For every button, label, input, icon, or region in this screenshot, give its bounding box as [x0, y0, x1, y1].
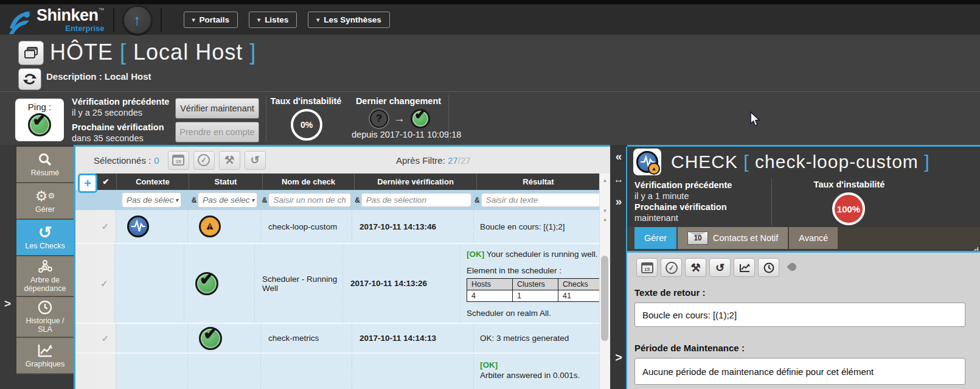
- tab-contacts-et-notif[interactable]: 10 Contacts et Notif: [678, 227, 788, 249]
- navigate-up-button[interactable]: ↑: [123, 5, 152, 35]
- warning-status-icon: !: [199, 216, 221, 237]
- check-name: Scheduler - Running Well: [254, 244, 342, 323]
- column-derniere-verification[interactable]: Dernière vérification: [354, 173, 476, 190]
- return-text-field[interactable]: Boucle en cours: [(1);2]: [634, 303, 965, 327]
- table-row-check-loop-custom[interactable]: ✓ ! check-loop-custom 2017-10-11 14:13:4…: [75, 210, 610, 244]
- bracket-close: ]: [924, 152, 930, 172]
- check-result: [OK] Arbiter answered in 0.001s. Connect…: [473, 354, 610, 389]
- scrollbar-thumb[interactable]: [601, 256, 608, 341]
- chevron-down-icon: ▾: [316, 16, 319, 23]
- info-divider: [771, 178, 772, 226]
- checks-table-panel: Sélectionnés : 0 15 ✓ ⚒ ↺ Après Filtre: …: [74, 147, 610, 389]
- check-detail-panel: ▲ CHECK [ check-loop-custom ] Vérificati…: [627, 147, 980, 389]
- filter-statut-select[interactable]: Pas de sélection ▾: [198, 192, 257, 208]
- chevron-down-icon: ▾: [251, 197, 254, 203]
- brand-edition: Enterprise: [36, 24, 105, 32]
- undo-icon: ↺: [715, 262, 725, 273]
- filter-derniere-input[interactable]: [361, 193, 471, 207]
- column-nom-de-check[interactable]: Nom de check: [262, 173, 354, 190]
- table-scrollbar[interactable]: ▲ ▼ ▲: [599, 173, 610, 389]
- table-row-arbiter[interactable]: [OK] Arbiter answered in 0.001s. Connect…: [75, 354, 610, 389]
- dependency-tree-icon: [37, 259, 53, 274]
- acknowledge-button[interactable]: ✓: [661, 258, 682, 277]
- column-statut[interactable]: Statut: [189, 173, 262, 190]
- tab-gerer[interactable]: Gérer: [634, 227, 676, 249]
- filter-nom-input[interactable]: [268, 193, 351, 207]
- row-selected-check[interactable]: ✓: [95, 210, 116, 243]
- up-arrow-icon: ↑: [134, 12, 141, 29]
- acknowledge-selection-button[interactable]: ✓: [193, 151, 215, 170]
- ok-status-icon: [199, 327, 222, 350]
- graph-button[interactable]: [734, 258, 755, 277]
- scheduler-elements-table: Hosts Clusters Checks 4 1 41: [467, 278, 604, 302]
- sidebar-item-historique-sla[interactable]: Historique / SLA: [16, 297, 74, 337]
- table-row-scheduler-running-well[interactable]: ✓ Scheduler - Running Well 2017-10-11 14…: [75, 244, 610, 324]
- shinken-app: Shinken™ Enterprise ↑ ▾ Portails ▾ Liste…: [0, 0, 980, 389]
- status-divider: [448, 95, 449, 142]
- chevron-down-icon: ▾: [175, 197, 178, 203]
- expand-sidebar-icon[interactable]: >: [4, 297, 11, 310]
- check-type-icon: ▲: [633, 149, 661, 175]
- recheck-selection-button[interactable]: ↺: [245, 151, 266, 170]
- sidebar-item-les-checks[interactable]: ↺ Les Checks: [16, 220, 74, 255]
- filter-contexte-select[interactable]: Pas de sélection ▾: [122, 192, 181, 208]
- collapse-panel-icon[interactable]: «: [610, 150, 627, 163]
- filter-and-separator: &: [192, 196, 197, 205]
- menu-les-syntheses-label: Les Synthèses: [324, 15, 381, 24]
- menu-portails[interactable]: ▾ Portails: [184, 12, 238, 28]
- sidebar-item-arbre-de-dependance[interactable]: Arbre de dépendance: [16, 256, 74, 296]
- last-check-time: 2017-10-11 14:14:13: [352, 324, 473, 352]
- shinken-logo[interactable]: Shinken™ Enterprise: [9, 7, 105, 34]
- expand-panel-icon[interactable]: »: [610, 195, 627, 208]
- host-windows-button[interactable]: [18, 41, 44, 65]
- scroll-up-icon[interactable]: ▲: [600, 177, 610, 185]
- expand-detail-icon[interactable]: >: [610, 351, 627, 365]
- tag-button[interactable]: [782, 258, 802, 276]
- row-selected-check[interactable]: ✓: [94, 244, 114, 323]
- after-filter-current: 27: [448, 155, 458, 166]
- table-row-check-metrics[interactable]: ✓ check-metrics 2017-10-11 14:14:13 OK: …: [75, 324, 610, 354]
- mouse-cursor: [750, 111, 761, 127]
- sidebar-item-gerer[interactable]: ⚙⚙ Gérer: [16, 183, 74, 219]
- filter-resultat-input[interactable]: [481, 193, 600, 207]
- page-title: HÔTE [ Local Host ]: [50, 40, 256, 65]
- menu-les-syntheses[interactable]: ▾ Les Synthèses: [308, 12, 390, 28]
- notification-count: 10: [693, 234, 701, 242]
- tools-icon: ⚒: [224, 155, 234, 166]
- ok-tag: [OK]: [480, 360, 498, 370]
- scroll-down-icon[interactable]: ▼: [600, 207, 610, 216]
- sidebar-item-resume[interactable]: Résumé: [16, 147, 74, 182]
- object-type-label: HÔTE: [50, 40, 113, 65]
- bracket-open: [: [120, 40, 127, 65]
- filter-and-separator: &: [474, 196, 480, 205]
- fix-selection-button[interactable]: ⚒: [219, 151, 240, 170]
- maintenance-field[interactable]: Aucune période de maintenance définie po…: [634, 358, 965, 385]
- shinken-swoosh-icon: [9, 7, 34, 34]
- schedule-downtime-button[interactable]: 15: [636, 258, 658, 277]
- last-check-time: 2017-10-11 14:13:46: [352, 210, 473, 243]
- column-resultat[interactable]: Résultat: [476, 173, 600, 190]
- check-result: OK: 3 metrics generated: [480, 333, 569, 343]
- row-selected-check[interactable]: ✓: [95, 324, 116, 352]
- check-now-button[interactable]: Vérifier maintenant: [175, 98, 259, 119]
- sidebar-item-graphiques[interactable]: Graphiques: [16, 338, 74, 373]
- add-check-button[interactable]: +: [78, 173, 97, 193]
- column-select-all[interactable]: ✔: [95, 173, 116, 190]
- acknowledge-button[interactable]: Prendre en compte: [175, 122, 259, 142]
- fix-button[interactable]: ⚒: [685, 258, 706, 277]
- selected-count: 0: [154, 155, 159, 166]
- calendar-icon: 15: [172, 155, 184, 166]
- column-contexte[interactable]: Contexte: [116, 173, 189, 190]
- refresh-button[interactable]: [18, 68, 41, 90]
- last-change-label: Dernier changement: [347, 96, 450, 106]
- scroll-up-icon[interactable]: ▲: [600, 216, 610, 224]
- resize-horizontal-icon[interactable]: ↔: [610, 174, 627, 185]
- recheck-button[interactable]: ↺: [709, 258, 731, 277]
- menu-listes[interactable]: ▾ Listes: [249, 12, 297, 28]
- next-check-label: Prochaine vérification: [72, 122, 169, 133]
- filter-contexte-value: Pas de sélection: [127, 195, 174, 205]
- history-button[interactable]: [758, 258, 779, 277]
- tab-avance[interactable]: Avancé: [789, 227, 838, 249]
- top-navbar: Shinken™ Enterprise ↑ ▾ Portails ▾ Liste…: [0, 0, 980, 35]
- schedule-downtime-button[interactable]: 15: [168, 151, 189, 170]
